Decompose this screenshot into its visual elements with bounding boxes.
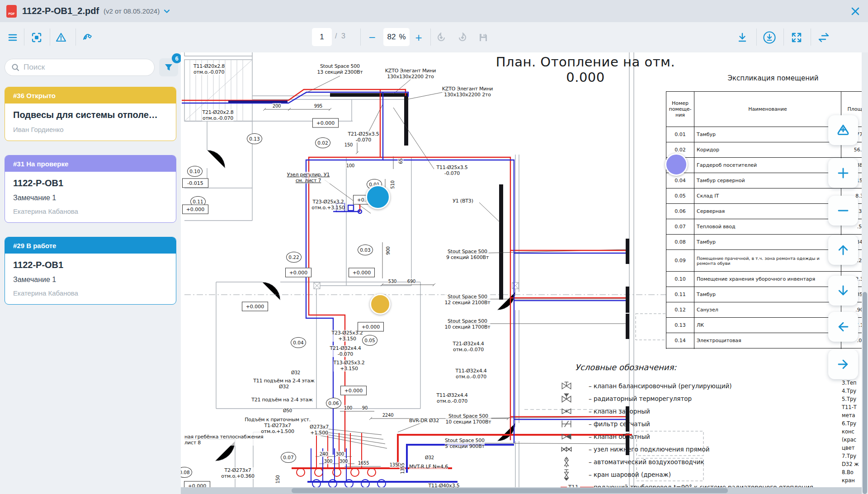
level-mark: +0.000: [285, 268, 311, 278]
legend-text: – узел нижнего подключения прямой: [589, 446, 710, 453]
room-area: 6.12: [841, 348, 862, 349]
issue-author: Екатерина Кабанова: [13, 289, 168, 297]
note-fragment: 6.Тру: [842, 420, 856, 427]
note-fragment: 8.Во: [842, 469, 854, 475]
zoom-out-icon[interactable]: −: [363, 28, 381, 47]
pdf-page-canvas[interactable]: План. Отопление на отм. 0.000 Экспликаци…: [181, 52, 862, 487]
explication-row: 0.22 Сушка одежды 6.12: [666, 348, 862, 349]
select-area-icon[interactable]: [28, 28, 46, 47]
toolbar: / 3 − 82 % +: [0, 22, 868, 52]
explication-title: Экспликация помещений: [705, 74, 841, 82]
pdf-file-icon: PDF: [6, 5, 17, 18]
room-name: Коридор: [694, 142, 841, 158]
zoom-in-icon[interactable]: +: [410, 28, 428, 47]
plan-label: 1655: [358, 460, 369, 466]
save-icon[interactable]: [474, 28, 492, 47]
plan-label: Т11-Ø32х4.4 отм.о.-0.070: [436, 392, 467, 404]
download-icon[interactable]: [733, 28, 751, 47]
room-name: Склад IT: [694, 188, 841, 204]
plan-label: 300: [324, 458, 333, 464]
horizontal-scrollbar-thumb[interactable]: [292, 488, 728, 493]
room-name: Помещение хранения уборочного инвентаря: [694, 272, 841, 287]
download-circle-icon[interactable]: [760, 28, 778, 47]
issue-note: Замечание 1: [13, 276, 168, 284]
version-chevron-down-icon[interactable]: [163, 8, 170, 15]
check-valve-icon: [561, 431, 572, 442]
room-number-tag: 0.22: [286, 252, 302, 263]
arrow-left-button[interactable]: [828, 312, 858, 342]
issue-marker-purple[interactable]: [665, 153, 688, 176]
arrow-up-icon: [836, 243, 850, 257]
issue-status-tag: #29 В работе: [5, 237, 176, 254]
plan-label: Ø273х7 +1.500: [310, 424, 329, 436]
plan-label: KZTO Элегант Мини 130х130х2200 2то: [385, 68, 436, 80]
note-fragment: Т11-Т: [842, 404, 857, 410]
note-fragment: 4.Тру: [842, 388, 856, 394]
plan-label: 1355: [400, 463, 406, 474]
plan-label: Т23-Ø25х3.2 +3.150: [331, 330, 363, 342]
room-name: Тамбур: [694, 235, 841, 250]
compare-arrows-icon[interactable]: [815, 28, 833, 47]
room-name: Электрощитовая: [694, 333, 841, 348]
vertical-scrollbar-thumb[interactable]: [863, 292, 867, 494]
arrow-down-button[interactable]: [828, 276, 858, 306]
issue-card[interactable]: #29 В работе 1122-Р-ОВ1 Замечание 1 Екат…: [5, 237, 176, 305]
plan-label: Т21-Ø20х2.8 отм.о.-0.070: [202, 109, 233, 121]
valve-balance-icon: [561, 380, 572, 392]
plan-label: ная гребёнка теплоснабжения лист 8: [184, 434, 263, 446]
issue-marker-blue[interactable]: [366, 185, 390, 209]
note-fragment: 5.Тру: [842, 396, 856, 402]
arrow-right-icon: [836, 358, 850, 371]
arrow-down-icon: [836, 284, 850, 297]
plan-label: Stout Space 500 12 секций 2100Вт: [445, 294, 491, 306]
plan-label: Т23-Ø25х3.2 отм.о.+3.150: [311, 199, 344, 211]
fullscreen-icon[interactable]: [788, 28, 806, 47]
plan-label: Ø32: [425, 455, 434, 461]
room-number: 0.06: [666, 204, 694, 219]
issue-card[interactable]: #36 Открыто Подвесы для системы отполе… …: [5, 87, 176, 141]
zoom-in-button[interactable]: [828, 158, 858, 188]
legend-text: – подающий трубопровод t=90° к системе р…: [589, 484, 813, 487]
close-icon[interactable]: [850, 6, 861, 17]
plan-label: 90: [362, 405, 368, 411]
explication-header: Наименование: [694, 92, 841, 127]
rotate-ccw-icon[interactable]: [432, 28, 450, 47]
room-number-tag: 0.05: [362, 335, 377, 346]
issue-note: Замечание 1: [13, 194, 168, 202]
room-name: Гардероб посетителей: [694, 158, 841, 173]
issue-marker-yellow[interactable]: [370, 294, 391, 315]
arrow-right-button[interactable]: [828, 349, 858, 379]
room-number: 0.08: [666, 235, 694, 250]
valve-thermo-icon: [561, 393, 572, 405]
note-fragment: конс: [842, 428, 854, 435]
level-mark: +0.000: [242, 302, 268, 311]
arrow-up-button[interactable]: [828, 235, 858, 265]
rotate-cw-icon[interactable]: [453, 28, 472, 47]
page-slash: /: [335, 32, 337, 40]
room-number: 0.22: [666, 348, 694, 349]
plan-label: Т21-Ø32х4.4 -0.070: [330, 345, 361, 357]
zoom-value: 82: [387, 33, 396, 42]
legend-text: – клапан балансировочный (регулирующий): [589, 382, 732, 390]
add-area-button[interactable]: [828, 115, 858, 145]
markup-pen-icon[interactable]: [79, 28, 97, 47]
warning-icon[interactable]: [52, 28, 70, 47]
legend-text: – кран шаровой (дренаж): [589, 471, 671, 478]
note-fragment: кран: [842, 477, 855, 484]
legend-text: – клапан обратный: [589, 433, 650, 440]
plan-label: Т11-Ø25х3.5 -0.070: [436, 165, 467, 176]
legend-text: – клапан запорный: [589, 408, 650, 415]
issue-card[interactable]: #31 На проверке 1122-Р-ОВ1 Замечание 1 Е…: [5, 155, 176, 223]
plan-label: Ø32: [291, 370, 300, 376]
page-number-input[interactable]: [314, 33, 330, 42]
issue-title: 1122-Р-ОВ1: [13, 178, 168, 188]
room-name: Серверная: [694, 204, 841, 219]
search-input[interactable]: [24, 63, 132, 72]
room-name: Тамбур: [694, 287, 841, 302]
vertical-scrollbar[interactable]: [862, 52, 868, 494]
menu-icon[interactable]: [4, 28, 22, 47]
room-number-tag: 0.04: [291, 337, 306, 348]
horizontal-scrollbar[interactable]: [181, 487, 862, 494]
plan-label: Ø50: [283, 408, 292, 414]
zoom-out-button[interactable]: [828, 196, 858, 226]
